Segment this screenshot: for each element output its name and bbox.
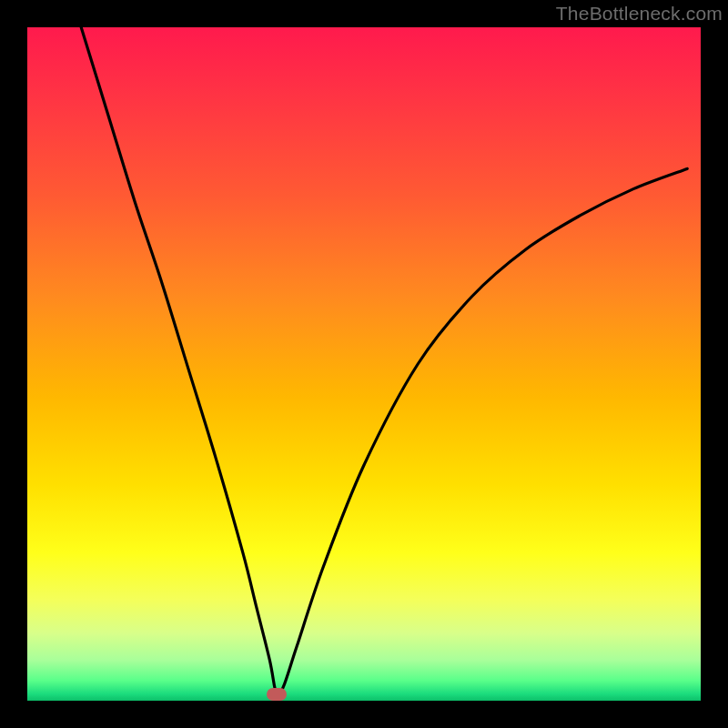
watermark-text: TheBottleneck.com: [556, 3, 723, 25]
chart-frame: TheBottleneck.com: [0, 0, 728, 728]
optimal-marker: [267, 688, 287, 701]
bottleneck-curve: [27, 27, 701, 701]
plot-area: [27, 27, 701, 701]
